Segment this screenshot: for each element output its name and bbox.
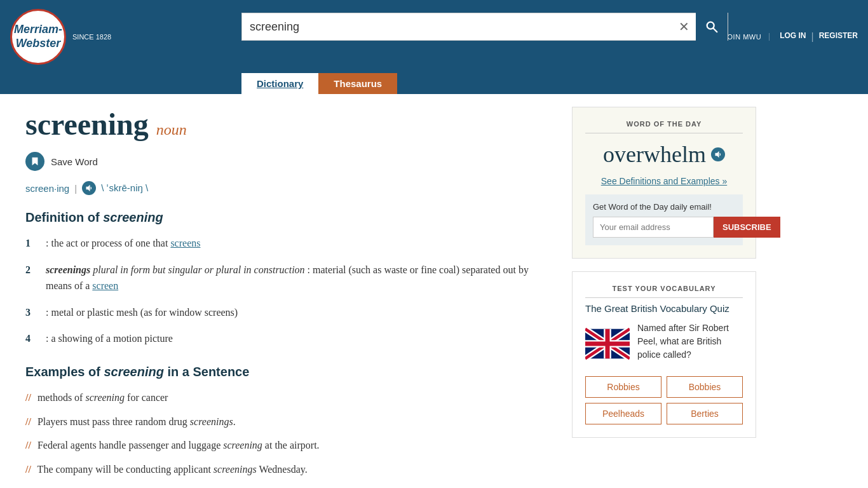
save-word-row: Save Word — [25, 152, 546, 171]
pronunciation-text: \ ˈskrē-niŋ \ — [101, 182, 148, 194]
uk-flag-icon — [585, 322, 630, 366]
quiz-answer-4[interactable]: Berties — [667, 403, 743, 424]
since-label: SINCE 1828 — [72, 33, 111, 41]
tab-bar: Dictionary Thesaurus — [0, 73, 868, 94]
login-link[interactable]: LOG IN — [780, 31, 806, 43]
content-area: screening noun Save Word screen·ing | \ … — [25, 107, 546, 485]
example-2: // Players must pass three random drug s… — [25, 414, 546, 430]
tab-thesaurus[interactable]: Thesaurus — [318, 73, 397, 94]
wotd-speaker-icon — [714, 151, 722, 158]
definition-list: 1 : the act or process of one that scree… — [25, 235, 546, 347]
definition-heading: Definition of screening — [25, 210, 546, 225]
wotd-email-label: Get Word of the Day daily email! — [593, 202, 735, 212]
search-icon — [705, 20, 719, 34]
search-input[interactable] — [242, 20, 672, 34]
vocab-box: TEST YOUR VOCABULARY The Great British V… — [572, 271, 756, 438]
headword: screening — [25, 107, 149, 142]
example-3: // Federal agents handle passenger and l… — [25, 437, 546, 454]
save-word-label[interactable]: Save Word — [51, 156, 98, 167]
email-input[interactable] — [593, 217, 714, 238]
sidebar: WORD OF THE DAY overwhelm See Definition… — [572, 107, 756, 485]
quiz-question: Named after Sir Robert Peel, what are Br… — [637, 322, 743, 366]
pronunciation: screen·ing | \ ˈskrē-niŋ \ — [25, 181, 546, 195]
vocab-label: TEST YOUR VOCABULARY — [585, 285, 743, 298]
quiz-answer-1[interactable]: Robbies — [585, 376, 661, 398]
quiz-title: The Great British Vocabulary Quiz — [585, 303, 743, 314]
quiz-answers: Robbies Bobbies Peelheads Berties — [585, 376, 743, 424]
clear-search-button[interactable]: ✕ — [672, 19, 696, 34]
def-item-2: 2 screenings plural in form but singular… — [25, 262, 546, 294]
email-form: SUBSCRIBE — [593, 217, 735, 238]
auth-links: LOG IN | REGISTER — [780, 31, 858, 43]
logo[interactable]: Merriam-Webster SINCE 1828 — [10, 9, 111, 65]
logo-circle: Merriam-Webster — [10, 9, 66, 65]
quiz-image-row: Named after Sir Robert Peel, what are Br… — [585, 322, 743, 366]
example-1: // methods of screening for cancer — [25, 390, 546, 406]
search-button[interactable] — [696, 13, 728, 41]
tab-dictionary[interactable]: Dictionary — [241, 73, 318, 94]
wotd-label: WORD OF THE DAY — [585, 120, 743, 133]
quiz-answer-3[interactable]: Peelheads — [585, 403, 661, 424]
screen-link[interactable]: screen — [92, 280, 118, 291]
audio-button[interactable] — [82, 181, 96, 195]
save-icon[interactable] — [25, 152, 44, 171]
wotd-see-more-link[interactable]: See Definitions and Examples » — [601, 176, 727, 186]
examples-heading: Examples of screening in a Sentence — [25, 365, 546, 379]
bookmark-icon — [31, 156, 39, 166]
wotd-audio-button[interactable] — [711, 147, 725, 161]
wotd-word: overwhelm — [585, 141, 743, 168]
main-layout: screening noun Save Word screen·ing | \ … — [0, 94, 868, 488]
syllables: screen·ing — [25, 183, 69, 194]
def-item-3: 3 : metal or plastic mesh (as for window… — [25, 304, 546, 321]
title-row: screening noun — [25, 107, 546, 142]
screens-link[interactable]: screens — [170, 238, 200, 248]
register-link[interactable]: REGISTER — [819, 31, 858, 43]
def-item-1: 1 : the act or process of one that scree… — [25, 235, 546, 252]
wotd-box: WORD OF THE DAY overwhelm See Definition… — [572, 107, 756, 259]
subscribe-button[interactable]: SUBSCRIBE — [714, 217, 780, 238]
quiz-answer-2[interactable]: Bobbies — [667, 376, 743, 398]
search-container: ✕ — [241, 13, 728, 41]
quiz-flag — [585, 322, 630, 366]
part-of-speech: noun — [156, 121, 187, 139]
svg-line-1 — [713, 28, 717, 32]
svg-marker-2 — [86, 185, 90, 192]
wotd-email-section: Get Word of the Day daily email! SUBSCRI… — [585, 194, 743, 245]
def-item-4: 4 : a showing of a motion picture — [25, 330, 546, 347]
search-bar: ✕ — [241, 13, 728, 41]
header: Merriam-Webster SINCE 1828 GAMES & QUIZZ… — [0, 0, 868, 73]
speaker-icon — [85, 184, 93, 192]
example-4: // The company will be conducting applic… — [25, 461, 546, 478]
svg-marker-3 — [715, 151, 719, 158]
